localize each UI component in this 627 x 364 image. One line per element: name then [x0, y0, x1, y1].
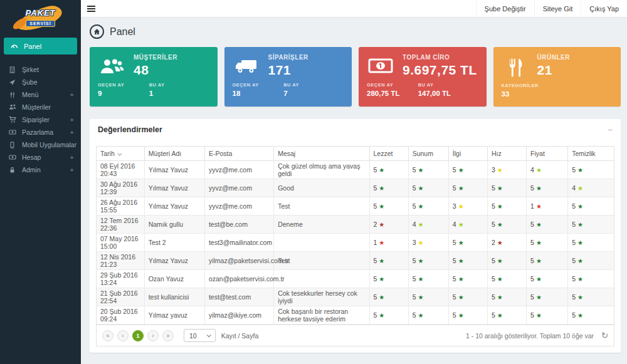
column-header-lezzet[interactable]: Lezzet: [369, 147, 408, 161]
star-icon: ★: [536, 276, 542, 283]
cell-rating: 5★: [369, 197, 408, 216]
refresh-icon[interactable]: ↻: [601, 331, 608, 340]
brand-line1: PAKET: [25, 9, 55, 17]
star-icon: ★: [497, 257, 503, 264]
star-icon: ★: [458, 203, 464, 210]
cell-date: 12 Nis 2016 21:23: [97, 252, 144, 270]
cart-icon: [8, 116, 16, 123]
sidebar-item-9[interactable]: Admin+: [0, 164, 81, 176]
cell-rating: 5★: [369, 161, 408, 179]
stat-card: TOPLAM CİRO9.697,75 TLGEÇEN AY280,75 TLB…: [359, 47, 487, 107]
hamburger-menu-icon[interactable]: [81, 0, 102, 17]
main-area: Şube DeğiştirSiteye GitÇıkış Yap Panel M…: [81, 0, 627, 364]
sidebar-item-label: Mobil Uygulamalar: [22, 141, 76, 148]
cell-rating: 5★: [568, 288, 614, 306]
pagination-prev-button[interactable]: ‹: [117, 330, 129, 341]
column-header-hız[interactable]: Hız: [487, 147, 526, 161]
pagination-next-button[interactable]: ›: [147, 330, 159, 341]
star-icon: ★: [418, 276, 424, 283]
table-row[interactable]: 12 Tem 2016 22:36Namık gullutest@be.comD…: [97, 216, 614, 234]
pagination-last-button[interactable]: »: [162, 330, 174, 341]
cell-rating: 5★: [369, 270, 408, 288]
cell-message: Good: [274, 179, 369, 197]
banknote-icon: [8, 128, 16, 136]
column-header-temizlik[interactable]: Temizlik: [568, 147, 614, 161]
pagination-page-1-button[interactable]: 1: [132, 330, 144, 341]
card-value: 9.697,75 TL: [403, 63, 477, 78]
cell-name: Yılmaz yavuz: [144, 306, 204, 325]
collapse-icon[interactable]: −: [608, 126, 613, 134]
cell-message: [274, 270, 369, 288]
table-row[interactable]: 21 Şub 2016 22:54test kullanicisitest@te…: [97, 288, 614, 306]
star-icon: ★: [458, 239, 464, 246]
column-header-sunum[interactable]: Sunum: [408, 147, 448, 161]
topbar-link[interactable]: Çıkış Yap: [581, 0, 627, 17]
cell-rating: 5★: [487, 197, 526, 216]
table-row[interactable]: 29 Şub 2016 13:24Ozan Yavuzozan@paketser…: [97, 270, 614, 288]
star-icon: ★: [497, 185, 503, 192]
topbar-link[interactable]: Siteye Git: [534, 0, 581, 17]
card-footer-label: BU AY: [283, 82, 335, 88]
sidebar-item-label: Müşteriler: [22, 103, 51, 111]
sidebar-item-3[interactable]: Menü+: [0, 88, 81, 101]
star-icon: ★: [497, 221, 503, 228]
cell-rating: 4★: [408, 216, 448, 234]
top-navbar: Şube DeğiştirSiteye GitÇıkış Yap: [81, 0, 627, 18]
table-row[interactable]: 20 Şub 2016 09:24Yılmaz yavuzyilmaz@ikiy…: [97, 306, 614, 325]
users-icon: [8, 103, 16, 111]
building-icon: [8, 66, 16, 73]
column-header-mesaj[interactable]: Mesaj: [274, 147, 369, 161]
star-icon: ★: [497, 203, 503, 210]
expand-plus-icon: +: [70, 128, 74, 136]
mobile-icon: [8, 142, 16, 148]
star-icon: ★: [577, 294, 583, 301]
expand-plus-icon: +: [70, 91, 74, 98]
card-footer-label: GEÇEN AY: [233, 82, 284, 88]
cell-message: Deneme: [274, 216, 369, 234]
sidebar-item-7[interactable]: Mobil Uygulamalar: [0, 138, 81, 151]
card-footer-label: KATEGORİLER: [502, 83, 553, 88]
pagination-summary: 1 - 10 aralığı gösteriliyor. Toplam 10 ö…: [466, 331, 608, 340]
sidebar-item-8[interactable]: Hesap+: [0, 151, 81, 164]
sidebar-item-2[interactable]: Şube: [0, 76, 81, 88]
table-row[interactable]: 08 Eyl 2016 20:43Yılmaz Yavuzyyvz@me.com…: [97, 161, 614, 179]
sidebar-item-5[interactable]: Siparişler+: [0, 113, 81, 126]
cell-date: 20 Şub 2016 09:24: [97, 306, 144, 325]
column-header-müşteri adı[interactable]: Müşteri Adı: [144, 147, 204, 161]
star-icon: ★: [458, 312, 464, 319]
sidebar-item-1[interactable]: Şirket: [0, 63, 81, 76]
cell-name: Namık gullu: [144, 216, 204, 234]
cell-rating: 1★: [527, 197, 568, 216]
table-row[interactable]: 12 Nis 2016 21:23Yılmaz Yavuzyilmaz@pake…: [97, 252, 614, 270]
page-size-select[interactable]: 10: [184, 329, 216, 342]
table-row[interactable]: 30 Ağu 2016 12:39Yılmaz Yavuzyyvz@me.com…: [97, 179, 614, 197]
column-header-tarih[interactable]: Tarih: [97, 147, 144, 161]
sidebar-item-6[interactable]: Pazarlama+: [0, 126, 81, 138]
topbar-link[interactable]: Şube Değiştir: [476, 0, 534, 17]
card-footer-value: 1: [149, 90, 201, 97]
star-icon: ★: [458, 294, 464, 301]
cell-email: test3@mailinator.com: [204, 234, 273, 252]
sidebar-item-panel-active[interactable]: Panel: [4, 38, 77, 55]
cell-email: ozan@paketservisi.com.tr: [204, 270, 273, 288]
cell-rating: 1★: [369, 234, 408, 252]
table-row[interactable]: 07 May 2016 15:00Test 2test3@mailinator.…: [97, 234, 614, 252]
card-value: 21: [537, 63, 570, 78]
column-header-e-posta[interactable]: E-Posta: [204, 147, 273, 161]
sidebar-item-label: Şube: [22, 78, 38, 86]
column-header-i̇lgi[interactable]: İlgi: [448, 147, 487, 161]
cell-email: yilmaz@paketservisi.com.tr: [204, 252, 273, 270]
sidebar-item-4[interactable]: Müşteriler: [0, 101, 81, 113]
pagination-summary-text: 1 - 10 aralığı gösteriliyor. Toplam 10 ö…: [466, 332, 594, 340]
cell-rating: 4★: [448, 216, 487, 234]
sidebar: PAKET SERVİSİ Panel ŞirketŞubeMenü+Müşte…: [0, 0, 81, 364]
star-icon: ★: [379, 276, 384, 283]
expand-plus-icon: +: [70, 116, 74, 123]
table-row[interactable]: 26 Ağu 2016 15:55Yılmaz Yavuzyyvz@me.com…: [97, 197, 614, 216]
column-header-fiyat[interactable]: Fiyat: [527, 147, 568, 161]
cell-date: 29 Şub 2016 13:24: [97, 270, 144, 288]
pagination-first-button[interactable]: «: [102, 330, 113, 341]
cell-rating: 5★: [568, 216, 614, 234]
cell-email: test@test.com: [204, 288, 273, 306]
cell-rating: 5★: [448, 234, 487, 252]
